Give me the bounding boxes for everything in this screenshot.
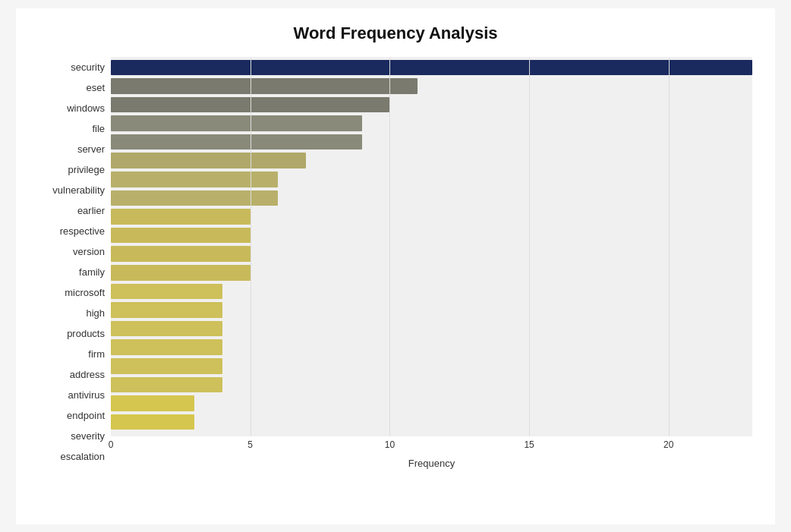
grid-line (669, 57, 670, 436)
bar-security (111, 60, 752, 76)
grid-line (251, 57, 251, 436)
x-tick: 20 (663, 439, 673, 450)
x-axis-label: Frequency (111, 458, 752, 469)
y-label: products (67, 323, 105, 343)
bar-endpoint (111, 377, 222, 393)
grid-line (529, 57, 530, 436)
y-label: antivirus (68, 385, 105, 405)
bars-and-xaxis: 05101520 Frequency (111, 57, 752, 467)
bars-panel (111, 57, 752, 436)
bar-firm (111, 321, 222, 337)
y-label: high (86, 303, 105, 323)
y-label: security (71, 57, 105, 77)
y-label: privilege (68, 159, 105, 179)
y-label: firm (88, 344, 105, 364)
y-label: server (77, 139, 105, 159)
bar-eset (111, 78, 418, 94)
bar-earlier (111, 190, 278, 206)
grid-line (389, 57, 390, 436)
y-label: respective (60, 221, 105, 241)
y-label: address (70, 364, 105, 384)
bars-wrapper (111, 57, 752, 436)
bar-address (111, 339, 222, 355)
x-tick: 10 (385, 439, 395, 450)
y-label: escalation (60, 446, 105, 466)
x-tick: 5 (247, 439, 253, 450)
y-label: vulnerability (52, 180, 105, 200)
bar-vulnerability (111, 172, 278, 187)
y-label: endpoint (67, 405, 105, 425)
bar-version (111, 228, 251, 244)
y-label: version (73, 241, 105, 261)
y-axis: securityesetwindowsfileserverprivilegevu… (39, 57, 111, 467)
bar-file (111, 115, 362, 131)
bar-family (111, 246, 251, 262)
bar-respective (111, 209, 251, 225)
chart-title: Word Frequency Analysis (39, 24, 752, 43)
bar-products (111, 302, 222, 318)
bar-escalation (111, 414, 194, 430)
x-ticks: 05101520 (111, 439, 752, 455)
bar-antivirus (111, 358, 222, 374)
y-label: windows (67, 98, 105, 118)
bar-high (111, 284, 222, 300)
y-label: family (79, 262, 105, 282)
y-label: file (92, 118, 105, 138)
bar-server (111, 134, 362, 150)
bar-microsoft (111, 265, 251, 281)
y-label: microsoft (65, 282, 105, 302)
bar-privilege (111, 153, 306, 168)
bar-severity (111, 395, 194, 411)
x-axis-container: 05101520 Frequency (111, 436, 752, 467)
y-label: eset (86, 77, 105, 97)
x-tick: 15 (524, 439, 534, 450)
y-label: severity (71, 426, 105, 445)
chart-container: Word Frequency Analysis securityesetwind… (16, 8, 775, 524)
chart-area: securityesetwindowsfileserverprivilegevu… (39, 57, 752, 467)
x-tick: 0 (109, 439, 114, 450)
y-label: earlier (77, 200, 105, 220)
